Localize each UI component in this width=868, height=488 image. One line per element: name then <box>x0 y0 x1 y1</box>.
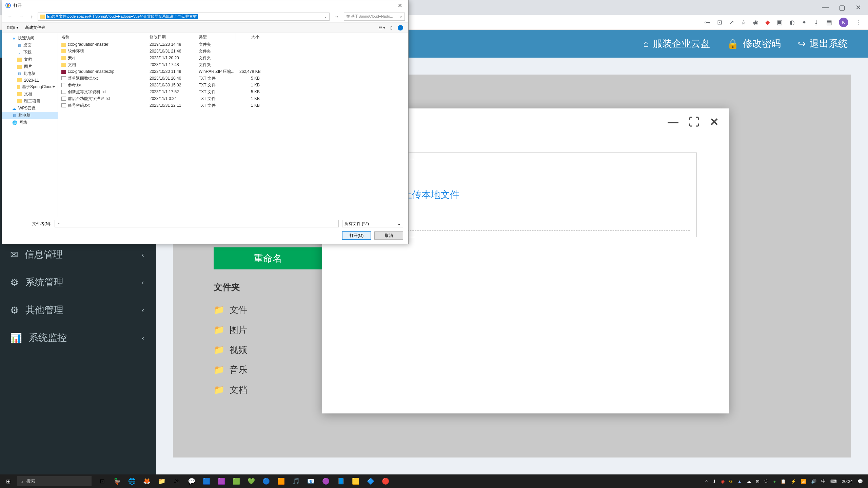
taskbar-search[interactable]: ⌕ 搜索 <box>17 476 92 486</box>
ime-icon[interactable]: ⌨ <box>830 479 837 484</box>
download-icon[interactable]: ⭳ <box>813 19 820 26</box>
app-icon[interactable]: 🦆 <box>110 474 124 488</box>
notifications-icon[interactable]: 💬 <box>857 479 863 484</box>
nav-forward-icon[interactable]: → <box>17 14 26 19</box>
nav-up-icon[interactable]: ↑ <box>28 14 35 19</box>
tray-icon[interactable]: 🛡 <box>764 479 769 484</box>
folder-item[interactable]: 📁文件 <box>214 300 247 320</box>
share-icon[interactable]: ↗ <box>729 19 734 26</box>
start-button[interactable]: ⊞ <box>0 474 16 488</box>
tree-item[interactable]: 🖥此电脑 <box>2 70 58 77</box>
app-icon[interactable]: 🟩 <box>229 474 243 488</box>
col-date[interactable]: 修改日期 <box>146 33 195 41</box>
header-logout[interactable]: ↪ 退出系统 <box>798 37 848 50</box>
dialog-close-icon[interactable]: ✕ <box>395 2 405 9</box>
folder-item[interactable]: 📁视频 <box>214 340 247 360</box>
file-row[interactable]: 软件环境2023/10/31 21:46文件夹 <box>58 48 408 55</box>
app-icon[interactable]: 🛍 <box>170 474 184 488</box>
window-maximize-icon[interactable]: ▢ <box>839 3 845 12</box>
filename-input[interactable]: ⌄ <box>55 220 339 227</box>
volume-icon[interactable]: 🔊 <box>811 479 816 484</box>
folder-item[interactable]: 📁文档 <box>214 380 247 400</box>
nav-go-icon[interactable]: → <box>332 14 341 19</box>
tree-item[interactable]: 🌐网络 <box>2 119 58 126</box>
wifi-icon[interactable]: 📶 <box>801 479 806 484</box>
file-row[interactable]: 创新点等文字资料.txt2023/11/1 17:52TXT 文件5 KB <box>58 88 408 95</box>
key-icon[interactable]: ⊶ <box>704 19 710 26</box>
app-icon[interactable]: 🟪 <box>214 474 229 488</box>
file-row[interactable]: cxx-graduation-master.zip2023/10/30 11:4… <box>58 68 408 75</box>
tree-item[interactable]: 2023-11 <box>2 77 58 83</box>
ext1-icon[interactable]: ◉ <box>753 19 758 26</box>
tray-icon[interactable]: ◉ <box>721 479 725 484</box>
window-minimize-icon[interactable]: — <box>822 3 829 12</box>
file-filter[interactable]: 所有文件 (*.*) ⌄ <box>342 220 403 227</box>
app-icon[interactable]: 📧 <box>304 474 318 488</box>
ime-indicator[interactable]: 中 <box>821 478 826 484</box>
folder-item[interactable]: 📁音乐 <box>214 360 247 380</box>
tree-item[interactable]: 谢工项目 <box>2 98 58 105</box>
ext4-icon[interactable]: ◐ <box>789 19 795 26</box>
dialog-search[interactable]: 在 基于SpringCloud+Hado... ⌕ <box>344 13 405 21</box>
reading-list-icon[interactable]: ▤ <box>826 19 832 26</box>
nav-back-icon[interactable]: ← <box>5 14 14 19</box>
organize-menu[interactable]: 组织 ▾ <box>7 25 18 30</box>
cancel-button[interactable]: 取消 <box>374 231 403 240</box>
tray-icon[interactable]: ● <box>773 479 776 484</box>
preview-pane-icon[interactable]: ▯ <box>390 25 393 30</box>
file-row[interactable]: cxx-graduation-master2019/11/23 14:48文件夹 <box>58 41 408 48</box>
app-icon[interactable]: 🔴 <box>378 474 393 488</box>
file-row[interactable]: 参考.txt2023/10/30 15:02TXT 文件1 KB <box>58 82 408 88</box>
open-button[interactable]: 打开(O) <box>342 231 371 240</box>
filename-dropdown-icon[interactable]: ⌄ <box>55 220 62 225</box>
tray-icon[interactable]: G <box>729 479 733 484</box>
tray-icon[interactable]: ▲ <box>737 479 742 484</box>
tray-icon[interactable]: 📋 <box>781 479 786 484</box>
browser-menu-icon[interactable]: ⋮ <box>855 19 861 26</box>
app-icon[interactable]: 🟣 <box>319 474 333 488</box>
sidebar-item-system[interactable]: ⚙ 系统管理 ‹ <box>0 268 156 296</box>
tree-item[interactable]: ☁WPS云盘 <box>2 105 58 112</box>
ext2-icon[interactable]: ◆ <box>765 19 770 26</box>
help-icon[interactable]: ? <box>398 25 403 30</box>
col-type[interactable]: 类型 <box>195 33 236 41</box>
tray-icon[interactable]: ⊡ <box>756 479 760 484</box>
firefox-icon[interactable]: 🦊 <box>140 474 154 488</box>
folder-item[interactable]: 📁图片 <box>214 320 247 340</box>
clock[interactable]: 20:24 <box>842 479 853 484</box>
tree-item[interactable]: ★快速访问 <box>2 35 58 42</box>
chrome-icon[interactable]: 🌐 <box>125 474 139 488</box>
taskview-icon[interactable]: ⊡ <box>95 474 109 488</box>
col-name[interactable]: 名称 <box>58 33 146 41</box>
path-dropdown-icon[interactable]: ⌄ <box>324 14 327 19</box>
tray-icon[interactable]: ⬇ <box>712 479 716 484</box>
file-row[interactable]: 素材2023/11/1 20:20文件夹 <box>58 55 408 61</box>
tree-item[interactable]: ⭳下载 <box>2 49 58 56</box>
sidebar-item-info[interactable]: ✉ 信息管理 ‹ <box>0 241 156 268</box>
tray-icon[interactable]: ⚡ <box>791 479 796 484</box>
upload-dropzone[interactable]: ↑ 点击上传本地文件 <box>361 159 690 231</box>
app-icon[interactable]: 💬 <box>184 474 199 488</box>
col-size[interactable]: 大小 <box>236 33 263 41</box>
modal-minimize-icon[interactable]: — <box>668 116 678 128</box>
explorer-icon[interactable]: 📁 <box>155 474 169 488</box>
tree-item[interactable]: 🖥此电脑 <box>2 112 58 119</box>
file-row[interactable]: 账号密码.txt2023/10/31 22:11TXT 文件1 KB <box>58 102 408 109</box>
tree-item[interactable]: 文档 <box>2 56 58 63</box>
wechat-icon[interactable]: 💚 <box>244 474 258 488</box>
tree-item[interactable]: 🖥桌面 <box>2 42 58 49</box>
app-icon[interactable]: 🎵 <box>289 474 303 488</box>
extensions-icon[interactable]: ✦ <box>802 19 807 26</box>
view-menu-icon[interactable]: ☷ ▾ <box>378 25 385 30</box>
tree-item[interactable]: 图片 <box>2 63 58 70</box>
file-row[interactable]: 前后台功能文字描述.txt2023/11/1 0:24TXT 文件1 KB <box>58 95 408 102</box>
app-icon[interactable]: 🔵 <box>259 474 273 488</box>
path-bar[interactable]: E:\共享文件\code space\基于SpringCloud+Hadoop+… <box>38 13 330 21</box>
header-password[interactable]: 🔒 修改密码 <box>727 37 781 50</box>
app-icon[interactable]: 🟧 <box>274 474 288 488</box>
header-home[interactable]: ⌂ 服装企业云盘 <box>643 37 710 50</box>
sidebar-item-monitor[interactable]: 📊 系统监控 ‹ <box>0 324 156 352</box>
modal-maximize-icon[interactable]: ⛶ <box>689 116 699 128</box>
app-icon[interactable]: 🟨 <box>349 474 363 488</box>
tray-up-icon[interactable]: ^ <box>705 479 707 484</box>
